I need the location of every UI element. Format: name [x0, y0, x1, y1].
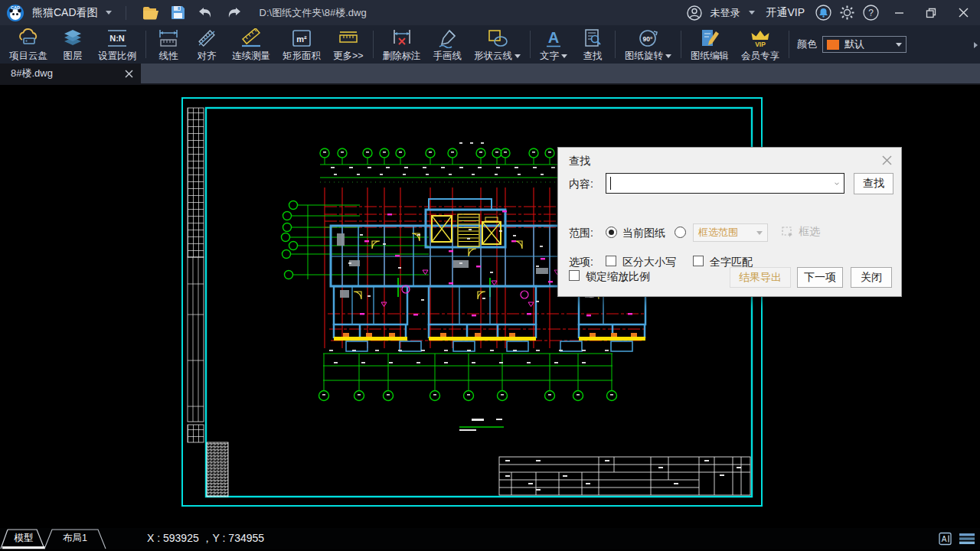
- undo-button[interactable]: [195, 3, 217, 23]
- svg-text:m²: m²: [296, 34, 307, 44]
- svg-text:A: A: [942, 535, 947, 543]
- redo-icon: [225, 6, 242, 20]
- toolbar-separator: [615, 31, 616, 58]
- axis-bubbles-left: [282, 201, 430, 279]
- shape-cloud-icon: [486, 28, 509, 48]
- delete-dimension-icon: [391, 28, 413, 48]
- open-file-button[interactable]: [140, 3, 162, 23]
- close-window-button[interactable]: [951, 2, 975, 24]
- color-picker: 颜色 默认: [797, 36, 906, 53]
- minimize-icon: [894, 8, 904, 18]
- toolbar-delete-annotation[interactable]: 删除标注: [377, 25, 427, 64]
- drawing-canvas[interactable]: 查找 内容: 查找 范围: 当前图纸 框选范围 框选 选项:: [0, 85, 980, 528]
- user-icon[interactable]: [687, 5, 702, 21]
- scope-current-radio[interactable]: [606, 227, 617, 238]
- svg-text:A: A: [548, 29, 559, 46]
- search-content-input[interactable]: [606, 173, 844, 194]
- toolbar-find[interactable]: 查找: [573, 25, 612, 64]
- toolbar-separator: [373, 31, 374, 58]
- cursor-coordinates: X : 593925 ，Y : 734955: [147, 532, 264, 546]
- scope-box-radio[interactable]: [675, 227, 686, 238]
- file-path: D:\图纸文件夹\8#楼.dwg: [260, 6, 367, 20]
- text-icon: A: [544, 28, 564, 48]
- axis-bubbles-bottom: [319, 354, 617, 401]
- document-tab[interactable]: 8#楼.dwg: [0, 64, 141, 83]
- minimize-button[interactable]: [887, 2, 911, 24]
- color-dropdown[interactable]: 默认: [822, 36, 906, 53]
- toolbar-separator: [145, 31, 146, 58]
- toolbar-continuous-measure[interactable]: 连续测量: [226, 25, 276, 64]
- toolbar-linear-measure[interactable]: 线性: [149, 25, 188, 64]
- case-sensitive-checkbox[interactable]: [606, 256, 616, 266]
- login-chevron-icon[interactable]: [749, 11, 755, 15]
- dialog-close-icon[interactable]: [882, 155, 892, 165]
- toolbar-text[interactable]: A 文字: [534, 25, 573, 64]
- scope-label: 范围:: [569, 227, 593, 240]
- notification-bell-icon[interactable]: [815, 5, 831, 21]
- save-icon: [171, 5, 185, 20]
- lock-zoom-checkbox[interactable]: [569, 270, 580, 281]
- toolbar-shape-cloud[interactable]: 形状云线: [468, 25, 527, 64]
- app-menu-chevron-icon[interactable]: [106, 11, 112, 15]
- layout1-tab[interactable]: 布局1: [63, 533, 87, 543]
- search-button[interactable]: 查找: [854, 173, 893, 194]
- toolbar-rotate-drawing[interactable]: 90° 图纸旋转: [619, 25, 678, 64]
- dropdown-caret-icon: [561, 54, 567, 58]
- toolbar-set-scale[interactable]: N:N 设置比例: [92, 25, 142, 64]
- toolbar-aligned-measure[interactable]: 对齐: [188, 25, 226, 64]
- rotate-90-icon: 90°: [638, 28, 659, 48]
- find-document-icon: [583, 28, 603, 48]
- linear-dimension-icon: [158, 28, 179, 48]
- open-vip-button[interactable]: 开通VIP: [766, 6, 805, 20]
- svg-text:90°: 90°: [642, 34, 652, 42]
- dialog-title: 查找: [569, 155, 590, 168]
- text-style-icon[interactable]: A: [939, 532, 953, 546]
- svg-text:N:N: N:N: [109, 34, 125, 43]
- redo-button[interactable]: [223, 3, 244, 23]
- status-bar: 模型 布局1 X : 593925 ，Y : 734955 A: [0, 528, 980, 549]
- toolbar-vip-exclusive[interactable]: VIP 会员专享: [735, 25, 786, 64]
- text-cursor: [610, 177, 611, 190]
- export-results-button: 结果导出: [730, 267, 791, 288]
- model-tab[interactable]: 模型: [14, 533, 34, 543]
- tab-title: 8#楼.dwg: [11, 67, 125, 80]
- menu-list-icon[interactable]: [959, 533, 975, 545]
- save-button[interactable]: [168, 3, 189, 23]
- find-dialog: 查找 内容: 查找 范围: 当前图纸 框选范围 框选 选项:: [557, 147, 902, 297]
- settings-gear-icon[interactable]: [839, 5, 855, 21]
- dropdown-caret-icon: [665, 54, 671, 58]
- toolbar-overflow-arrow[interactable]: [974, 42, 978, 48]
- toolbar-separator: [530, 31, 531, 58]
- toolbar-rect-area[interactable]: m² 矩形面积: [276, 25, 327, 64]
- layout-tabs: 模型 布局1: [0, 528, 115, 549]
- toolbar-separator: [681, 31, 681, 58]
- svg-text:VIP: VIP: [755, 41, 766, 48]
- box-select-icon: [782, 227, 794, 238]
- undo-icon: [198, 6, 214, 20]
- tab-close-icon[interactable]: [125, 70, 133, 78]
- options-label: 选项:: [569, 256, 593, 269]
- login-status[interactable]: 未登录: [710, 6, 740, 20]
- combo-chevron-icon[interactable]: [835, 181, 844, 187]
- toolbar-edit-drawing[interactable]: 图纸编辑: [684, 25, 735, 64]
- dropdown-caret-icon: [896, 43, 902, 47]
- toolbar-more[interactable]: 更多>>: [327, 25, 370, 64]
- toolbar-freehand-line[interactable]: 手画线: [427, 25, 469, 64]
- continuous-measure-icon: [240, 28, 263, 48]
- help-icon[interactable]: ?: [863, 5, 879, 21]
- next-item-button[interactable]: 下一项: [797, 267, 843, 288]
- close-icon: [959, 8, 969, 18]
- active-tab-underline: [2, 546, 45, 549]
- maximize-button[interactable]: [919, 2, 943, 24]
- document-tab-bar: 8#楼.dwg: [0, 64, 980, 85]
- dropdown-caret-icon: [514, 54, 521, 58]
- area-m2-icon: m²: [291, 28, 312, 48]
- axis-bubbles-top: [320, 148, 554, 165]
- toolbar-layers[interactable]: 图层: [54, 25, 92, 64]
- toolbar-project-cloud[interactable]: 项目云盘: [3, 25, 54, 64]
- separator: [126, 6, 126, 20]
- whole-word-checkbox[interactable]: [693, 256, 704, 266]
- close-dialog-button[interactable]: 关闭: [851, 267, 892, 288]
- svg-text:?: ?: [868, 8, 874, 18]
- freehand-pen-icon: [436, 28, 458, 48]
